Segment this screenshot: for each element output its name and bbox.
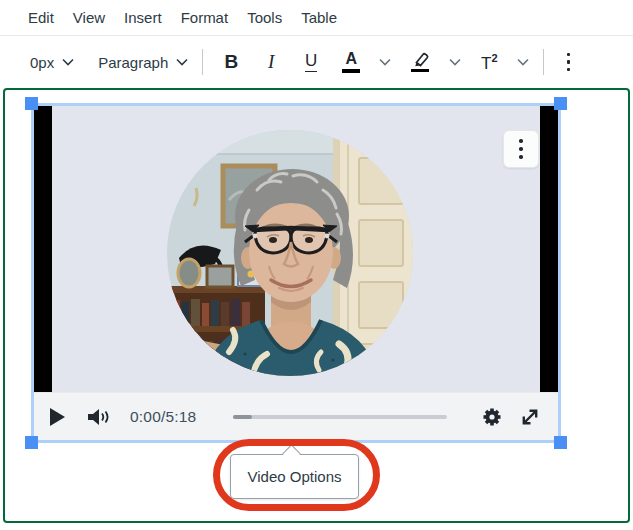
- menu-format[interactable]: Format: [181, 9, 229, 26]
- video-controls: 0:00/5:18: [34, 392, 558, 440]
- video-options-button[interactable]: Video Options: [230, 454, 359, 499]
- menu-table[interactable]: Table: [301, 9, 337, 26]
- kebab-vertical-icon: [519, 139, 523, 159]
- highlight-color-swatch: [411, 69, 429, 73]
- highlight-color-button[interactable]: [399, 42, 441, 82]
- toolbar-separator: [543, 49, 544, 75]
- underline-button[interactable]: U: [291, 42, 331, 82]
- italic-button[interactable]: I: [251, 42, 291, 82]
- menu-insert[interactable]: Insert: [124, 9, 162, 26]
- resize-handle-bottom-right[interactable]: [554, 436, 567, 449]
- menu-view[interactable]: View: [73, 9, 105, 26]
- webcam-video-frame: [167, 130, 413, 376]
- paragraph-format-dropdown[interactable]: Paragraph: [98, 54, 188, 71]
- video-selection-frame: 0:00/5:18: [31, 103, 561, 443]
- fullscreen-button[interactable]: [519, 405, 543, 429]
- kebab-vertical-icon: [567, 53, 571, 72]
- text-color-button[interactable]: A: [331, 42, 371, 82]
- text-color-icon: A: [345, 51, 357, 67]
- speaker-icon: [86, 407, 110, 427]
- video-menu-button[interactable]: [503, 130, 539, 168]
- menu-tools[interactable]: Tools: [247, 9, 282, 26]
- pillarbox-bar-left: [34, 106, 52, 392]
- editor-menubar: Edit View Insert Format Tools Table: [0, 0, 633, 36]
- chevron-down-icon: [176, 58, 188, 66]
- superscript-chevron-button[interactable]: [509, 42, 537, 82]
- chevron-down-icon: [449, 58, 461, 66]
- chevron-down-icon: [517, 58, 529, 66]
- rich-content-editor: Edit View Insert Format Tools Table 0px …: [0, 0, 633, 530]
- text-color-swatch: [342, 69, 360, 73]
- video-player[interactable]: 0:00/5:18: [34, 106, 558, 440]
- toolbar-separator: [202, 49, 203, 75]
- bold-button[interactable]: B: [211, 42, 251, 82]
- underline-icon: U: [305, 52, 317, 72]
- menu-edit[interactable]: Edit: [28, 9, 54, 26]
- chevron-down-icon: [379, 58, 391, 66]
- resize-handle-top-right[interactable]: [554, 97, 567, 110]
- resize-handle-bottom-left[interactable]: [25, 436, 38, 449]
- play-button[interactable]: [48, 406, 68, 428]
- editor-toolbar: 0px Paragraph B I U A: [0, 36, 633, 88]
- progress-fill: [233, 415, 252, 419]
- block-format-value: Paragraph: [98, 54, 168, 71]
- italic-icon: I: [268, 51, 274, 73]
- video-options-popup: Video Options: [230, 454, 359, 499]
- settings-button[interactable]: [481, 405, 505, 429]
- gear-icon: [481, 406, 505, 428]
- highlight-color-chevron-button[interactable]: [441, 42, 469, 82]
- time-display: 0:00/5:18: [130, 393, 196, 441]
- pillarbox-bar-right: [540, 106, 558, 392]
- bold-icon: B: [224, 51, 238, 73]
- superscript-icon: T2: [481, 53, 498, 72]
- font-size-value: 0px: [30, 54, 54, 71]
- text-color-chevron-button[interactable]: [371, 42, 399, 82]
- highlighter-icon: [410, 52, 430, 67]
- volume-button[interactable]: [86, 406, 110, 428]
- superscript-button[interactable]: T2: [469, 42, 509, 82]
- play-icon: [48, 407, 68, 427]
- progress-bar[interactable]: [233, 415, 447, 419]
- toolbar-more-button[interactable]: [552, 42, 584, 82]
- font-size-dropdown[interactable]: 0px: [30, 54, 74, 71]
- resize-handle-top-left[interactable]: [25, 97, 38, 110]
- chevron-down-icon: [62, 58, 74, 66]
- fullscreen-icon: [519, 406, 543, 428]
